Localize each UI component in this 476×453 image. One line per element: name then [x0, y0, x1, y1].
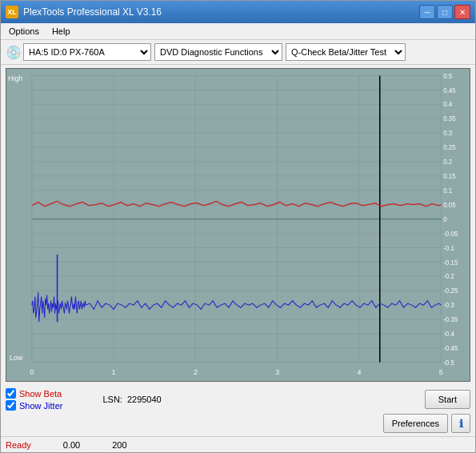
drive-icon: 💿 [6, 45, 22, 60]
app-icon: XL [6, 6, 18, 18]
minimize-button[interactable]: ─ [419, 5, 435, 19]
svg-text:Low: Low [10, 353, 23, 361]
svg-text:0.05: 0.05 [443, 202, 456, 209]
title-bar: XL PlexTools Professional XL V3.16 ─ □ ✕ [1, 1, 475, 23]
function-dropdown[interactable]: DVD Diagnostic Functions [154, 43, 282, 61]
main-window: XL PlexTools Professional XL V3.16 ─ □ ✕… [0, 0, 476, 453]
svg-text:5: 5 [439, 367, 443, 375]
menu-options[interactable]: Options [4, 25, 44, 38]
toolbar: 💿 HA:5 ID:0 PX-760A DVD Diagnostic Funct… [1, 40, 475, 65]
start-button[interactable]: Start [425, 390, 470, 409]
close-button[interactable]: ✕ [454, 5, 470, 19]
show-jitter-checkbox[interactable] [6, 400, 16, 411]
lsn-label: LSN: [102, 395, 122, 404]
svg-text:2: 2 [194, 367, 198, 375]
title-bar-left: XL PlexTools Professional XL V3.16 [6, 6, 162, 18]
show-beta-label: Show Beta [19, 389, 62, 399]
svg-text:1: 1 [112, 367, 116, 375]
menu-bar: Options Help [1, 23, 475, 40]
test-dropdown[interactable]: Q-Check Beta/Jitter Test [286, 43, 406, 61]
svg-text:-0.25: -0.25 [443, 287, 458, 295]
show-jitter-label: Show Jitter [19, 401, 62, 411]
preferences-button[interactable]: Preferences [383, 414, 448, 433]
svg-text:-0.1: -0.1 [443, 244, 454, 251]
lsn-area: LSN: 2295040 [102, 395, 161, 404]
status-value1: 0.00 [63, 440, 80, 450]
svg-text:0.25: 0.25 [443, 144, 456, 151]
controls-left: Show Beta Show Jitter [6, 388, 62, 411]
svg-text:0: 0 [443, 216, 447, 223]
info-icon: ℹ [459, 418, 463, 430]
svg-text:-0.5: -0.5 [443, 359, 454, 367]
status-values: 0.00 200 [63, 440, 127, 450]
status-value2: 200 [112, 440, 126, 450]
status-text: Ready [6, 440, 31, 450]
lsn-value: 2295040 [127, 395, 162, 404]
svg-text:4: 4 [357, 367, 361, 375]
drive-select-area: 💿 HA:5 ID:0 PX-760A [6, 43, 151, 61]
svg-rect-0 [6, 69, 470, 381]
svg-text:0.4: 0.4 [443, 101, 452, 108]
show-beta-checkbox[interactable] [6, 388, 16, 399]
svg-text:High: High [8, 74, 22, 82]
svg-text:-0.45: -0.45 [443, 345, 458, 352]
show-jitter-row: Show Jitter [6, 400, 62, 411]
svg-text:-0.05: -0.05 [443, 230, 458, 237]
svg-text:0.45: 0.45 [443, 86, 456, 94]
show-beta-row: Show Beta [6, 388, 62, 399]
svg-text:-0.4: -0.4 [443, 331, 454, 338]
svg-text:-0.15: -0.15 [443, 259, 458, 266]
svg-text:0.15: 0.15 [443, 173, 456, 180]
svg-text:-0.3: -0.3 [443, 302, 454, 309]
drive-dropdown[interactable]: HA:5 ID:0 PX-760A [23, 43, 151, 61]
menu-help[interactable]: Help [47, 25, 75, 38]
bottom-controls: Show Beta Show Jitter LSN: 2295040 Start… [1, 385, 475, 436]
status-bar: Ready 0.00 200 [1, 436, 475, 452]
controls-row2: Preferences ℹ [6, 414, 470, 433]
controls-row1: Show Beta Show Jitter LSN: 2295040 Start [6, 388, 470, 411]
svg-text:-0.35: -0.35 [443, 316, 458, 323]
svg-text:0.3: 0.3 [443, 130, 452, 137]
maximize-button[interactable]: □ [437, 5, 453, 19]
window-title: PlexTools Professional XL V3.16 [23, 6, 162, 18]
chart-area: 0.5 0.45 0.4 0.35 0.3 0.25 0.2 0.15 0.1 … [6, 68, 470, 382]
chart-svg: 0.5 0.45 0.4 0.35 0.3 0.25 0.2 0.15 0.1 … [6, 69, 470, 381]
title-buttons: ─ □ ✕ [419, 5, 470, 19]
svg-text:-0.2: -0.2 [443, 273, 454, 280]
svg-text:3: 3 [275, 367, 279, 375]
svg-text:0.2: 0.2 [443, 158, 452, 166]
info-button[interactable]: ℹ [451, 414, 470, 433]
svg-text:0: 0 [30, 367, 34, 375]
svg-text:0.5: 0.5 [443, 72, 452, 79]
svg-text:0.35: 0.35 [443, 115, 456, 122]
svg-text:0.1: 0.1 [443, 187, 452, 194]
